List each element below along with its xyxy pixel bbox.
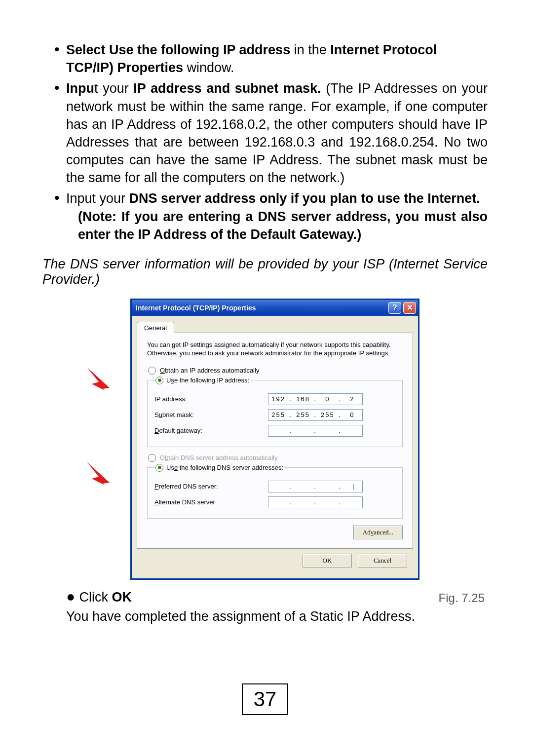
advanced-button[interactable]: Advanced... [353, 526, 403, 539]
completion-text: You have completed the assignment of a S… [42, 609, 488, 624]
explanation-text: You can get IP settings assigned automat… [147, 341, 403, 358]
close-button[interactable]: ✕ [403, 302, 416, 314]
radio-icon [155, 464, 163, 472]
radio-use-following-ip[interactable]: Use the following IP address: [155, 377, 249, 384]
instruction-3: Input your DNS server address only if yo… [54, 189, 488, 243]
radio-obtain-ip-auto[interactable]: Obtain an IP address automatically [148, 367, 403, 375]
input-default-gateway[interactable]: . . . [268, 425, 363, 437]
instruction-list: Select Use the following IP address in t… [42, 41, 488, 243]
window-title: Internet Protocol (TCP/IP) Properties [136, 304, 386, 312]
radio-icon [155, 377, 163, 384]
label-subnet-mask: Subnet mask: [154, 411, 268, 418]
radio-label: Obtain DNS server address automatically [160, 454, 277, 461]
instruction-2: Input your IP address and subnet mask. (… [54, 79, 488, 187]
label-ip-address: IP address: [154, 395, 268, 403]
instruction-3-note: (Note: If you are entering a DNS server … [66, 208, 488, 243]
titlebar: Internet Protocol (TCP/IP) Properties ? … [132, 300, 418, 316]
label-preferred-dns: Preferred DNS server: [154, 483, 268, 490]
radio-icon [148, 454, 156, 462]
radio-label: Obtain an IP address automatically [160, 367, 259, 374]
help-icon: ? [392, 304, 397, 312]
radio-icon [148, 367, 156, 375]
page-number: 37 [42, 683, 488, 715]
instruction-click-ok: ● Click OK [42, 588, 132, 605]
input-subnet-mask[interactable]: 255. 255. 255. 0 [268, 409, 363, 421]
radio-use-following-dns[interactable]: Use the following DNS server addresses: [155, 464, 283, 472]
cancel-button[interactable]: Cancel [358, 554, 407, 567]
tcpip-properties-dialog: Internet Protocol (TCP/IP) Properties ? … [131, 299, 419, 579]
radio-label: Use the following IP address: [166, 377, 249, 384]
svg-marker-0 [87, 367, 110, 391]
tab-panel-general: You can get IP settings assigned automat… [137, 333, 413, 549]
radio-obtain-dns-auto: Obtain DNS server address automatically [148, 454, 403, 462]
input-preferred-dns[interactable]: . . . | [268, 481, 363, 492]
svg-marker-1 [87, 462, 110, 486]
isp-note: The DNS server information will be provi… [42, 257, 488, 287]
input-alternate-dns[interactable]: . . . [268, 496, 363, 508]
label-alternate-dns: Alternate DNS server: [154, 498, 268, 506]
tab-general[interactable]: General [137, 322, 174, 333]
figure-caption: Fig. 7.25 [439, 591, 485, 605]
label-default-gateway: Default gateway: [154, 427, 268, 434]
instruction-1: Select Use the following IP address in t… [54, 41, 488, 76]
group-static-dns: Use the following DNS server addresses: … [147, 464, 403, 519]
ok-button[interactable]: OK [303, 554, 352, 567]
input-ip-address[interactable]: 192. 168. 0. 2 [268, 393, 363, 405]
close-icon: ✕ [407, 304, 413, 312]
radio-label: Use the following DNS server addresses: [166, 464, 283, 471]
annotation-arrow-icon [85, 461, 112, 486]
annotation-arrow-icon [85, 366, 112, 391]
group-static-ip: Use the following IP address: IP address… [147, 377, 403, 447]
tabstrip: General [137, 319, 413, 333]
help-button[interactable]: ? [388, 302, 401, 314]
